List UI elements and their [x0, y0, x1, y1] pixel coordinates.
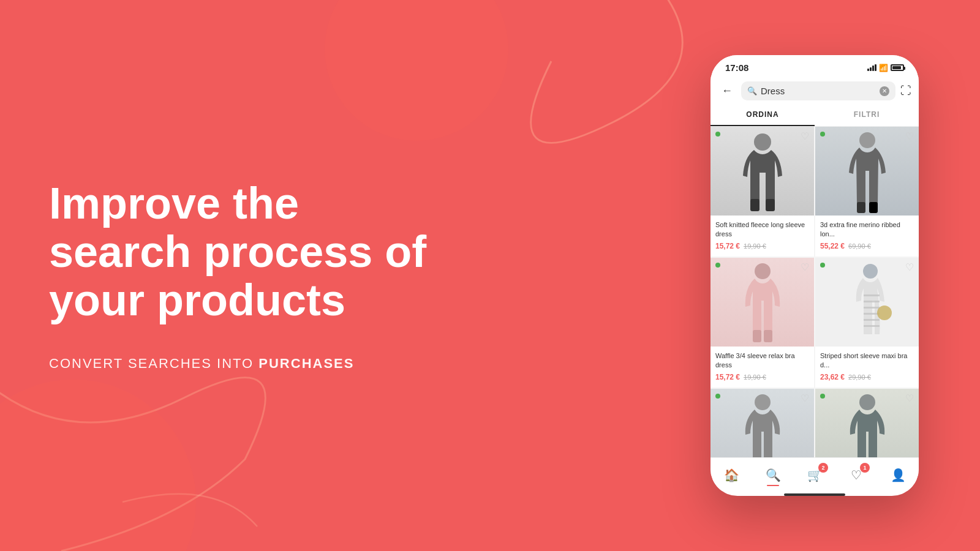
product-card-3[interactable]: ♡ Waffle 3/4 sleeve relax bra dress 15,7…	[710, 258, 814, 388]
nav-home-button[interactable]: 🏠	[720, 464, 742, 486]
original-price-1: 19,90 €	[744, 242, 766, 250]
product-image-4	[815, 258, 919, 347]
nav-cart-button[interactable]: 🛒 2	[804, 464, 826, 486]
svg-point-2	[754, 133, 771, 151]
product-figure-6	[831, 389, 904, 457]
svg-point-19	[755, 394, 771, 410]
product-figure-3	[726, 258, 799, 347]
tab-filtri[interactable]: FILTRI	[815, 104, 919, 126]
availability-dot-3	[715, 263, 720, 268]
sub-headline-prefix: CONVERT SEARCHES INTO	[49, 356, 258, 371]
product-image-2	[815, 127, 919, 216]
product-card-4[interactable]: ♡ Striped short sleeve maxi bra d... 23,…	[815, 258, 919, 388]
product-info-1: Soft knitted fleece long sleeve dress 15…	[710, 216, 814, 250]
svg-rect-7	[869, 202, 878, 213]
product-figure-5	[726, 389, 799, 457]
cart-badge: 2	[818, 463, 828, 473]
original-price-4: 29,90 €	[848, 373, 871, 381]
search-input-wrap[interactable]: 🔍 Dress ✕	[741, 81, 895, 100]
product-info-3: Waffle 3/4 sleeve relax bra dress 15,72 …	[710, 347, 814, 381]
product-card-6[interactable]: ♡	[815, 389, 919, 457]
product-image-1	[710, 127, 814, 216]
product-name-1: Soft knitted fleece long sleeve dress	[715, 220, 809, 239]
bottom-nav: 🏠 🔍 🛒 2 ♡ 1 👤	[710, 457, 919, 491]
scan-icon[interactable]: ⛶	[900, 84, 911, 97]
product-figure-1	[726, 127, 799, 216]
sub-headline: CONVERT SEARCHES INTO PURCHASES	[49, 356, 441, 372]
svg-rect-13	[864, 301, 880, 302]
status-icons: 📶	[867, 64, 904, 72]
nav-search-button[interactable]: 🔍	[762, 464, 784, 486]
clear-search-button[interactable]: ✕	[880, 86, 889, 96]
availability-dot	[715, 132, 720, 137]
wishlist-button-1[interactable]: ♡	[801, 130, 809, 142]
sale-price-1: 15,72 €	[715, 242, 740, 250]
main-headline: Improve the search process of your produ…	[49, 179, 441, 325]
svg-point-5	[859, 132, 875, 148]
svg-rect-10	[764, 330, 772, 342]
nav-wishlist-button[interactable]: ♡ 1	[845, 464, 867, 486]
wishlist-badge: 1	[860, 463, 870, 473]
product-card-1[interactable]: ♡ Soft knitted fleece long sleeve dress …	[710, 127, 814, 257]
wishlist-button-2[interactable]: ♡	[905, 130, 914, 142]
original-price-3: 19,90 €	[744, 373, 766, 381]
product-card-2[interactable]: ♡ 3d extra fine merino ribbed lon... 55,…	[815, 127, 919, 257]
left-content: Improve the search process of your produ…	[49, 179, 441, 372]
availability-dot-4	[820, 263, 825, 268]
phone-screen: 17:08 📶 ← 🔍 Dress ✕ ⛶ ORDINA	[710, 55, 919, 496]
product-info-2: 3d extra fine merino ribbed lon... 55,22…	[815, 216, 919, 250]
status-bar: 17:08 📶	[710, 55, 919, 78]
svg-rect-6	[857, 202, 865, 213]
search-value: Dress	[761, 86, 876, 96]
product-card-5[interactable]: ♡	[710, 389, 814, 457]
search-nav-icon: 🔍	[766, 468, 781, 482]
signal-icon	[867, 64, 876, 71]
product-prices-1: 15,72 € 19,90 €	[715, 242, 809, 250]
sub-headline-bold: PURCHASES	[258, 356, 354, 371]
products-grid: ♡ Soft knitted fleece long sleeve dress …	[710, 127, 919, 457]
svg-point-18	[877, 305, 892, 320]
sale-price-2: 55,22 €	[820, 242, 845, 250]
svg-point-1	[325, 0, 508, 141]
tab-bar: ORDINA FILTRI	[710, 104, 919, 127]
wishlist-button-6[interactable]: ♡	[905, 392, 914, 404]
wishlist-button-5[interactable]: ♡	[801, 392, 809, 404]
product-name-3: Waffle 3/4 sleeve relax bra dress	[715, 351, 809, 370]
svg-point-8	[755, 263, 771, 279]
product-figure-2	[831, 127, 904, 216]
original-price-2: 69,90 €	[848, 242, 871, 250]
home-icon: 🏠	[724, 468, 739, 482]
search-bar: ← 🔍 Dress ✕ ⛶	[710, 78, 919, 104]
battery-icon	[891, 64, 904, 71]
svg-rect-17	[864, 325, 880, 327]
svg-point-11	[863, 264, 878, 279]
product-figure-4	[831, 258, 904, 347]
svg-rect-9	[753, 330, 761, 342]
product-image-5	[710, 389, 814, 457]
product-prices-4: 23,62 € 29,90 €	[820, 373, 914, 381]
search-icon: 🔍	[747, 86, 757, 96]
nav-profile-button[interactable]: 👤	[887, 464, 909, 486]
svg-rect-14	[864, 307, 880, 309]
product-image-3	[710, 258, 814, 347]
status-time: 17:08	[725, 62, 748, 73]
product-info-4: Striped short sleeve maxi bra d... 23,62…	[815, 347, 919, 381]
product-name-2: 3d extra fine merino ribbed lon...	[820, 220, 914, 239]
profile-icon: 👤	[891, 468, 906, 482]
tab-ordina[interactable]: ORDINA	[710, 104, 815, 126]
svg-rect-12	[864, 294, 880, 296]
back-button[interactable]: ←	[718, 83, 736, 99]
product-prices-2: 55,22 € 69,90 €	[820, 242, 914, 250]
svg-point-0	[0, 380, 196, 551]
svg-rect-3	[750, 199, 760, 211]
svg-rect-16	[864, 319, 880, 321]
product-prices-3: 15,72 € 19,90 €	[715, 373, 809, 381]
availability-dot-5	[715, 394, 720, 399]
wishlist-button-3[interactable]: ♡	[801, 261, 809, 273]
wishlist-button-4[interactable]: ♡	[905, 261, 914, 273]
sale-price-4: 23,62 €	[820, 373, 845, 381]
svg-rect-4	[766, 199, 775, 211]
home-indicator	[784, 493, 845, 496]
sale-price-3: 15,72 €	[715, 373, 740, 381]
availability-dot-2	[820, 132, 825, 137]
